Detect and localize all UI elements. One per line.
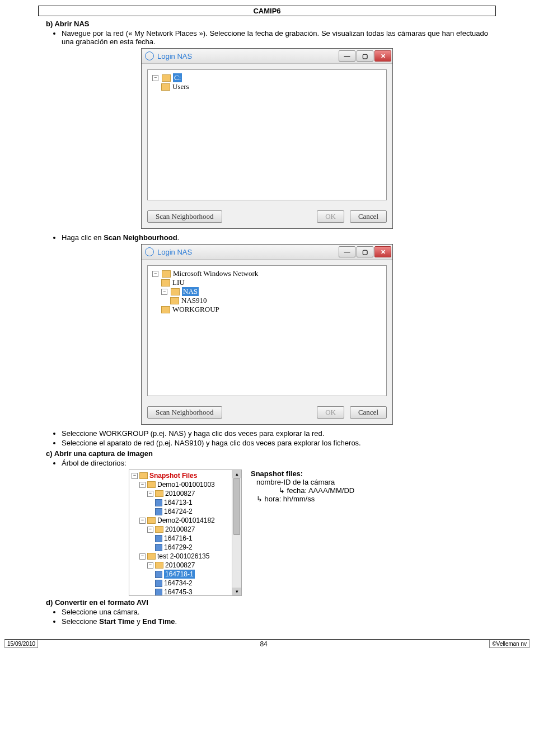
scroll-down-icon[interactable]: ▾: [232, 588, 241, 595]
tree-expander-icon[interactable]: −: [139, 482, 146, 488]
tree-item-file[interactable]: 164724-2: [164, 507, 193, 516]
tree-expander-icon[interactable]: −: [152, 75, 158, 81]
scroll-thumb[interactable]: [233, 478, 240, 535]
folder-icon: [155, 490, 163, 497]
tree-item-file[interactable]: 164729-2: [164, 543, 193, 552]
titlebar: Login NAS — ▢ ✕: [142, 49, 392, 64]
tree-expander-icon[interactable]: −: [147, 527, 153, 533]
titlebar: Login NAS — ▢ ✕: [142, 245, 392, 260]
tree-item-date1[interactable]: 20100827: [165, 489, 195, 498]
folder-icon: [171, 288, 180, 295]
section-d-bullet-2: Seleccione Start Time y End Time.: [62, 617, 488, 626]
folder-icon: [139, 472, 148, 479]
tree-item-file[interactable]: 164713-1: [164, 498, 193, 507]
app-icon: [145, 247, 154, 256]
close-button[interactable]: ✕: [374, 50, 391, 62]
dialog-title: Login NAS: [157, 52, 339, 60]
tree-item-file[interactable]: 164745-3: [164, 588, 193, 595]
minimize-button[interactable]: —: [339, 246, 355, 257]
file-icon: [155, 589, 162, 596]
tree-root-label[interactable]: C:: [173, 73, 182, 82]
app-icon: [145, 51, 154, 60]
folder-icon: [147, 517, 156, 524]
doc-header: CAMIP6: [38, 6, 496, 16]
file-icon: [155, 544, 162, 551]
folder-icon: [161, 306, 170, 313]
file-icon: [155, 571, 162, 578]
tree-item-cam2[interactable]: Demo2-001014182: [157, 516, 215, 525]
nas-tree-panel[interactable]: − Microsoft Windows Network LIU − NAS: [147, 265, 387, 396]
folder-icon: [155, 562, 163, 569]
folder-icon: [170, 297, 179, 304]
tree-item-users[interactable]: Users: [172, 82, 189, 91]
legend-title: Snapshot files:: [251, 469, 354, 478]
section-b-bullet-4: Seleccione el aparato de red (p.ej. NAS9…: [62, 439, 488, 447]
scan-neighborhood-button[interactable]: Scan Neighborhood: [147, 406, 222, 419]
folder-icon: [161, 83, 170, 91]
maximize-button[interactable]: ▢: [357, 246, 373, 257]
section-c-heading: c) Abrir una captura de imagen: [46, 449, 500, 458]
file-icon: [155, 580, 162, 587]
tree-item-liu[interactable]: LIU: [172, 278, 185, 287]
tree-item-file[interactable]: 164716-1: [164, 534, 193, 543]
section-b-bullet-2: Haga clic en Scan Neighbourhood.: [62, 233, 488, 242]
tree-item-file[interactable]: 164734-2: [164, 579, 193, 588]
section-b-bullet-1: Navegue por la red (« My Network Places …: [62, 29, 488, 46]
close-button[interactable]: ✕: [374, 246, 391, 257]
scan-neighborhood-button[interactable]: Scan Neighborhood: [147, 210, 222, 223]
tree-expander-icon[interactable]: −: [147, 491, 153, 497]
scroll-up-icon[interactable]: ▴: [232, 470, 241, 478]
login-nas-dialog-2: Login NAS — ▢ ✕ − Microsoft Windows Netw…: [141, 244, 393, 425]
ok-button[interactable]: OK: [317, 210, 344, 223]
nas-tree-panel[interactable]: − C: Users: [147, 69, 387, 200]
folder-icon: [155, 526, 163, 533]
file-icon: [155, 499, 162, 506]
folder-icon: [147, 553, 156, 560]
folder-icon: [161, 279, 170, 287]
tree-item-workgroup[interactable]: WORKGROUP: [172, 305, 219, 314]
tree-expander-icon[interactable]: −: [161, 289, 167, 295]
tree-item-cam3[interactable]: test 2-001026135: [157, 552, 209, 561]
tree-item-nas910[interactable]: NAS910: [181, 296, 207, 305]
tree-item-nas[interactable]: NAS: [182, 287, 199, 296]
minimize-button[interactable]: —: [339, 50, 355, 62]
footer-page: 84: [38, 640, 489, 648]
folder-icon: [147, 481, 156, 488]
scrollbar[interactable]: ▴ ▾: [232, 470, 241, 595]
dialog-title: Login NAS: [157, 248, 339, 256]
snapshot-legend: Snapshot files: nombre-ID de la cámara ↳…: [251, 469, 354, 596]
folder-icon: [162, 270, 171, 278]
cancel-button[interactable]: Cancel: [350, 406, 387, 419]
tree-item-file-selected[interactable]: 164718-1: [164, 570, 195, 579]
tree-expander-icon[interactable]: −: [132, 473, 138, 479]
tree-expander-icon[interactable]: −: [139, 518, 146, 524]
tree-item-date3[interactable]: 20100827: [165, 561, 195, 570]
tree-expander-icon[interactable]: −: [139, 553, 146, 560]
section-d-bullet-1: Seleccione una cámara.: [62, 608, 488, 616]
tree-item-cam1[interactable]: Demo1-001001003: [157, 480, 215, 489]
file-icon: [155, 508, 162, 515]
snapshot-tree[interactable]: −Snapshot Files −Demo1-001001003 −201008…: [129, 469, 242, 596]
footer-date: 15/09/2010: [4, 640, 38, 648]
section-b-heading: b) Abrir NAS: [46, 20, 500, 28]
footer-copyright: ©Velleman nv: [489, 640, 530, 648]
tree-expander-icon[interactable]: −: [147, 562, 153, 569]
legend-line3: ↳ hora: hh/mm/ss: [251, 495, 354, 503]
maximize-button[interactable]: ▢: [357, 50, 373, 62]
tree-expander-icon[interactable]: −: [152, 271, 158, 277]
file-icon: [155, 535, 162, 542]
login-nas-dialog-1: Login NAS — ▢ ✕ − C: Users: [141, 48, 393, 229]
legend-line2: ↳ fecha: AAAA/MM/DD: [251, 486, 354, 495]
section-d-heading: d) Convertir en el formato AVI: [46, 598, 500, 607]
tree-item-date2[interactable]: 20100827: [165, 525, 195, 534]
legend-line1: nombre-ID de la cámara: [251, 478, 354, 486]
tree-root-snapshot[interactable]: Snapshot Files: [149, 471, 197, 480]
section-b-bullet-3: Seleccione WORKGROUP (p.ej. NAS) y haga …: [62, 429, 488, 438]
section-c-bullet-1: Árbol de directorios:: [62, 459, 488, 467]
ok-button[interactable]: OK: [317, 406, 344, 419]
cancel-button[interactable]: Cancel: [350, 210, 387, 223]
folder-icon: [162, 74, 171, 82]
tree-net-root[interactable]: Microsoft Windows Network: [173, 269, 258, 278]
